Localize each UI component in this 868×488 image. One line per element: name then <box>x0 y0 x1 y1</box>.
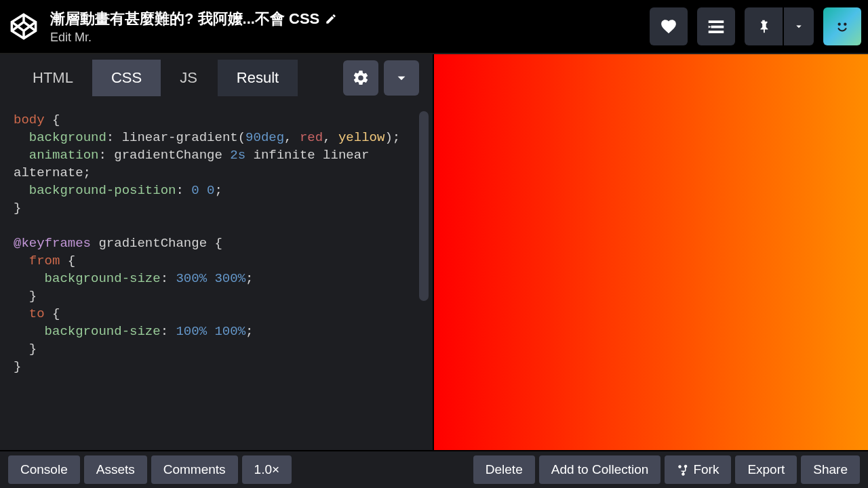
console-button[interactable]: Console <box>8 455 80 484</box>
code-token: to <box>29 306 45 321</box>
code-token: animation <box>29 148 99 163</box>
footer-bar: Console Assets Comments 1.0× Delete Add … <box>0 450 868 488</box>
workspace: HTML CSS JS Result body { background: li… <box>0 54 868 450</box>
svg-point-4 <box>844 23 846 26</box>
pin-button-group <box>745 7 814 45</box>
code-token: 0 <box>191 183 199 198</box>
code-token: { <box>60 253 75 268</box>
code-token: { <box>45 113 60 127</box>
code-token: background-size <box>45 324 161 339</box>
code-token: { <box>45 306 60 321</box>
delete-button[interactable]: Delete <box>473 455 535 484</box>
code-token: body <box>14 113 45 127</box>
code-token: ; <box>245 271 253 286</box>
code-token: ( <box>238 130 245 145</box>
svg-rect-1 <box>711 26 724 28</box>
pin-dropdown-button[interactable] <box>784 7 814 45</box>
code-token: background-size <box>45 271 161 286</box>
export-button[interactable]: Export <box>735 455 797 484</box>
code-token: ; <box>214 183 222 198</box>
tab-result[interactable]: Result <box>218 60 298 96</box>
code-token: } <box>29 289 37 304</box>
result-preview <box>434 54 868 450</box>
title-block: 漸層動畫有甚麼難的? 我阿嬤...不會 CSS Edit Mr. <box>50 9 337 45</box>
code-token <box>207 324 214 339</box>
love-button[interactable] <box>650 7 688 45</box>
code-token: gradientChange { <box>91 236 222 251</box>
share-button[interactable]: Share <box>801 455 860 484</box>
code-token: } <box>29 342 37 357</box>
fork-button[interactable]: Fork <box>665 455 731 484</box>
code-token: , <box>323 130 338 145</box>
code-token: : <box>106 130 122 145</box>
svg-rect-2 <box>709 30 724 33</box>
editor-collapse-button[interactable] <box>384 60 419 96</box>
layout-icon <box>706 16 726 37</box>
code-token: 2s <box>230 148 245 163</box>
fork-label: Fork <box>693 462 719 477</box>
add-to-collection-button[interactable]: Add to Collection <box>539 455 661 484</box>
code-token: linear-gradient <box>122 130 238 145</box>
tab-html[interactable]: HTML <box>14 60 92 96</box>
code-token: red <box>300 130 323 145</box>
code-token: background-position <box>29 183 176 198</box>
codepen-logo-icon <box>9 12 39 41</box>
chevron-down-icon <box>793 20 805 33</box>
pen-author[interactable]: Edit Mr. <box>50 30 337 45</box>
code-token <box>199 183 207 198</box>
zoom-button[interactable]: 1.0× <box>242 455 292 484</box>
code-token: background <box>29 130 106 145</box>
editor-settings-button[interactable] <box>343 60 378 96</box>
code-token: } <box>14 359 21 374</box>
code-token: infinite linear <box>245 148 369 163</box>
svg-rect-0 <box>709 20 724 23</box>
smiley-icon <box>833 18 851 35</box>
gear-icon <box>352 69 370 87</box>
code-token: ; <box>245 324 253 339</box>
chevron-down-icon <box>393 69 410 87</box>
tab-js[interactable]: JS <box>161 60 216 96</box>
code-token: 90deg <box>245 130 284 145</box>
code-token: 100% <box>214 324 245 339</box>
code-token: : <box>161 324 176 339</box>
view-switch-button[interactable] <box>697 7 735 45</box>
codepen-logo[interactable] <box>7 9 41 43</box>
heart-icon <box>660 18 677 35</box>
code-token: : <box>176 183 191 198</box>
code-token: alternate; <box>14 165 91 180</box>
code-token: 0 <box>207 183 214 198</box>
pencil-icon <box>325 13 337 25</box>
code-token: 100% <box>176 324 207 339</box>
comments-button[interactable]: Comments <box>151 455 238 484</box>
pin-button[interactable] <box>745 7 783 45</box>
assets-button[interactable]: Assets <box>84 455 147 484</box>
code-token: @keyframes <box>14 236 91 251</box>
avatar[interactable] <box>823 7 861 45</box>
code-token: : gradientChange <box>98 148 230 163</box>
scrollbar[interactable] <box>419 111 429 301</box>
tab-css[interactable]: CSS <box>92 60 161 96</box>
code-token <box>207 271 214 286</box>
pen-title-row[interactable]: 漸層動畫有甚麼難的? 我阿嬤...不會 CSS <box>50 9 337 29</box>
code-token: 300% <box>176 271 207 286</box>
editor-pane: HTML CSS JS Result body { background: li… <box>0 54 434 450</box>
code-editor[interactable]: body { background: linear-gradient(90deg… <box>0 102 433 450</box>
pen-title: 漸層動畫有甚麼難的? 我阿嬤...不會 CSS <box>50 9 319 29</box>
code-token: , <box>284 130 300 145</box>
app-header: 漸層動畫有甚麼難的? 我阿嬤...不會 CSS Edit Mr. <box>0 0 868 54</box>
code-token: 300% <box>214 271 245 286</box>
code-token: ); <box>384 130 400 145</box>
code-token: yellow <box>338 130 384 145</box>
code-token: : <box>161 271 176 286</box>
pin-icon <box>756 19 771 34</box>
code-token: from <box>29 253 60 268</box>
code-token: } <box>14 201 21 216</box>
fork-icon <box>677 464 689 476</box>
editor-tabbar: HTML CSS JS Result <box>0 54 433 102</box>
svg-point-3 <box>838 23 841 26</box>
